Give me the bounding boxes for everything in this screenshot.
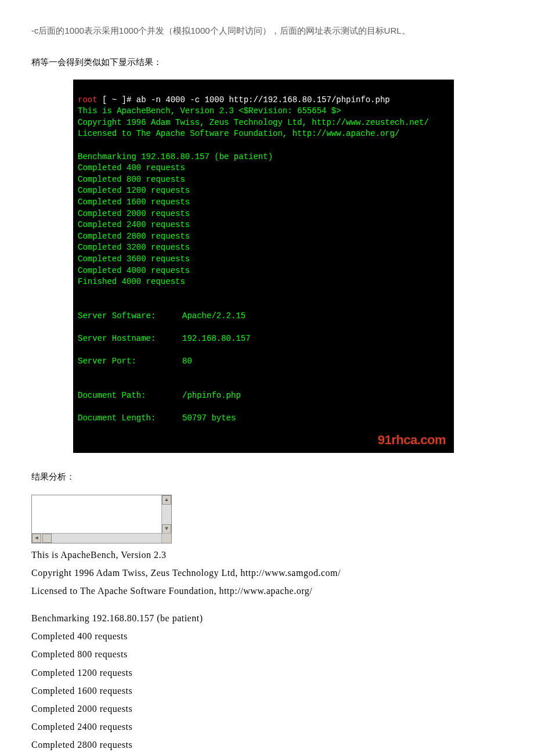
intro-paragraph-1: -c后面的1000表示采用1000个并发（模拟1000个人同时访问），后面的网址… <box>31 23 503 38</box>
terminal-line: Completed 3200 requests <box>78 243 190 252</box>
body-line: Completed 2000 requests <box>31 701 503 717</box>
terminal-kv: Document Length:50797 bytes <box>78 413 449 424</box>
body-line: Completed 1200 requests <box>31 665 503 681</box>
terminal-kv: Document Path:/phpinfo.php <box>78 390 449 402</box>
analysis-title: 结果分析： <box>31 469 503 484</box>
terminal-line: Completed 4000 requests <box>78 266 190 275</box>
watermark-text: 91rhca.com <box>378 431 446 449</box>
vertical-scrollbar[interactable]: ▲ ▼ <box>161 495 171 534</box>
body-line: Completed 400 requests <box>31 628 503 644</box>
terminal-kv: Server Port:80 <box>78 356 449 368</box>
terminal-kv: Server Hostname:192.168.80.157 <box>78 333 449 345</box>
terminal-screenshot: root [ ~ ]# ab -n 4000 -c 1000 http://19… <box>73 80 454 453</box>
body-line: This is ApacheBench, Version 2.3 <box>31 547 503 563</box>
prompt-rest: [ ~ ]# <box>98 95 136 105</box>
terminal-line: Completed 2000 requests <box>78 209 190 218</box>
empty-scrollbox[interactable]: ▲ ▼ ◄ ► <box>31 495 172 543</box>
blank-line <box>31 601 503 608</box>
scroll-up-icon[interactable]: ▲ <box>162 495 171 505</box>
intro-paragraph-2: 稍等一会得到类似如下显示结果： <box>31 55 503 70</box>
terminal-line: Completed 1600 requests <box>78 197 190 207</box>
prompt-user: root <box>78 95 98 105</box>
body-line: Benchmarking 192.168.80.157 (be patient) <box>31 610 503 626</box>
terminal-line: Completed 800 requests <box>78 175 185 184</box>
terminal-line: Completed 3600 requests <box>78 254 190 264</box>
terminal-line: Finished 4000 requests <box>78 277 185 286</box>
terminal-line: Completed 1200 requests <box>78 186 190 195</box>
body-line: Completed 2400 requests <box>31 719 503 735</box>
terminal-kv: Server Software:Apache/2.2.15 <box>78 311 449 322</box>
horizontal-scrollbar[interactable]: ◄ ► <box>32 533 171 543</box>
terminal-line: Benchmarking 192.168.80.157 (be patient) <box>78 152 273 161</box>
terminal-line: Licensed to The Apache Software Foundati… <box>78 129 400 138</box>
terminal-line: Completed 2800 requests <box>78 232 190 241</box>
terminal-line: Copyright 1996 Adam Twiss, Zeus Technolo… <box>78 118 429 127</box>
terminal-line: This is ApacheBench, Version 2.3 <$Revis… <box>78 106 341 116</box>
body-line: Completed 800 requests <box>31 646 503 662</box>
scroll-down-icon[interactable]: ▼ <box>162 524 171 534</box>
scrollbar-corner <box>161 533 171 543</box>
body-line: Licensed to The Apache Software Foundati… <box>31 583 503 599</box>
scroll-left-icon[interactable]: ◄ <box>32 534 41 543</box>
body-line: Copyright 1996 Adam Twiss, Zeus Technolo… <box>31 565 503 581</box>
terminal-command: ab -n 4000 -c 1000 http://192.168.80.157… <box>136 95 390 105</box>
terminal-line: Completed 400 requests <box>78 163 185 172</box>
body-line: Completed 1600 requests <box>31 683 503 699</box>
terminal-line: Completed 2400 requests <box>78 220 190 229</box>
scroll-thumb[interactable] <box>42 534 52 543</box>
body-line: Completed 2800 requests <box>31 737 503 753</box>
